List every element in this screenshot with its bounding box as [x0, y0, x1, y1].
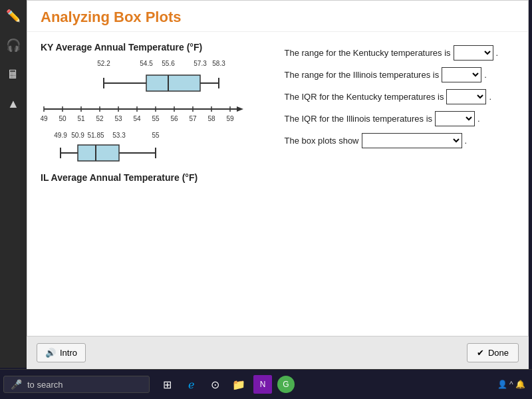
headphone-icon[interactable]: 🎧 [3, 35, 24, 56]
svg-text:53: 53 [114, 115, 122, 122]
svg-marker-12 [237, 106, 243, 112]
question-row-4: The IQR for the Illinois temperatures is… [285, 111, 515, 126]
taskbar-right: 👤 ^ 🔔 [497, 380, 532, 389]
question-row-2: The range for the Illinois temperatures … [285, 67, 515, 82]
ky-axis-svg: 49 50 51 52 53 54 55 56 57 58 59 [41, 104, 247, 127]
svg-text:53.3: 53.3 [112, 132, 126, 139]
il-plot-title: IL Average Annual Temperature (°F) [41, 172, 271, 183]
mic-icon: 🎤 [11, 379, 22, 390]
questions-section: The range for the Kentucky temperatures … [285, 42, 515, 188]
speaker-icon: 🔊 [45, 348, 56, 358]
question-2-text-after: . [484, 70, 487, 80]
svg-text:58: 58 [207, 115, 215, 122]
system-icons: 👤 ^ 🔔 [497, 380, 525, 389]
svg-rect-42 [78, 145, 119, 161]
question-row-1: The range for the Kentucky temperatures … [285, 45, 515, 61]
check-icon: ✔ [477, 348, 484, 358]
svg-text:49: 49 [41, 115, 48, 122]
explorer-icon[interactable]: 📁 [229, 375, 248, 394]
done-button[interactable]: ✔ Done [467, 343, 519, 362]
ky-boxplot-svg: 52.2 54.5 55.6 57.3 58.3 [41, 58, 247, 101]
taskbar-search[interactable]: 🎤 to search [3, 376, 150, 393]
svg-text:57.3: 57.3 [194, 60, 207, 67]
svg-text:51: 51 [77, 115, 85, 122]
question-1-select[interactable]: 6.1 5.5 2.8 [454, 45, 493, 61]
question-row-3: The IQR for the Kentucky temperatures is… [285, 89, 515, 104]
intro-button[interactable]: 🔊 Intro [37, 343, 86, 362]
title-bar: Analyzing Box Plots [27, 1, 528, 32]
svg-text:51.85: 51.85 [87, 132, 104, 139]
content-area: KY Average Annual Temperature (°F) 52.2 … [27, 32, 528, 198]
question-4-select[interactable]: 2.4 1.0 3.1 [435, 111, 475, 126]
ky-plot-title: KY Average Annual Temperature (°F) [41, 42, 271, 53]
taskbar-icons: ⊞ ℯ ⊙ 📁 N G [158, 375, 295, 394]
il-boxplot-svg: 49.9 50.9 51.85 53.3 55 [41, 130, 247, 170]
question-2-text-before: The range for the Illinois temperatures … [285, 70, 440, 80]
question-1-text-after: . [496, 48, 499, 58]
svg-text:57: 57 [189, 115, 197, 122]
svg-text:55.6: 55.6 [162, 60, 175, 67]
question-5-text-before: The box plots show [285, 136, 359, 146]
svg-text:52: 52 [96, 115, 104, 122]
svg-text:59: 59 [226, 115, 234, 122]
up-arrow-icon[interactable]: ▲ [3, 93, 24, 114]
calculator-icon[interactable]: 🖩 [3, 64, 24, 85]
svg-text:50.9: 50.9 [71, 132, 84, 139]
taskbar: 🎤 to search ⊞ ℯ ⊙ 📁 N G 👤 ^ 🔔 [0, 369, 532, 399]
edge-icon[interactable]: ℯ [182, 375, 200, 394]
chrome-icon[interactable]: ⊙ [205, 375, 224, 394]
svg-text:52.2: 52.2 [97, 60, 110, 67]
question-5-text-after: . [465, 136, 467, 146]
search-label: to search [27, 380, 63, 390]
question-row-5: The box plots show KY has higher temps I… [285, 133, 515, 148]
onenote-icon[interactable]: N [253, 375, 272, 394]
svg-rect-7 [146, 75, 200, 91]
question-4-text-before: The IQR for the Illinois temperatures is [285, 114, 433, 124]
svg-text:58.3: 58.3 [212, 60, 225, 67]
question-2-select[interactable]: 5.1 4.1 2.4 [442, 67, 481, 82]
svg-text:50: 50 [59, 115, 66, 122]
main-window: Analyzing Box Plots KY Average Annual Te… [27, 0, 529, 368]
svg-text:55: 55 [152, 132, 160, 139]
question-4-text-after: . [477, 114, 480, 124]
page-title: Analyzing Box Plots [41, 9, 515, 26]
question-1-text-before: The range for the Kentucky temperatures … [285, 48, 451, 58]
svg-text:49.9: 49.9 [54, 132, 67, 139]
question-3-text-before: The IQR for the Kentucky temperatures is [285, 92, 444, 102]
plots-section: KY Average Annual Temperature (°F) 52.2 … [41, 42, 271, 188]
intro-label: Intro [60, 348, 77, 358]
question-3-select[interactable]: 2.8 3.1 5.5 [446, 89, 486, 104]
done-label: Done [488, 348, 509, 358]
question-5-select[interactable]: KY has higher temps IL has higher temps … [362, 133, 462, 148]
svg-text:56: 56 [170, 115, 178, 122]
taskview-icon[interactable]: ⊞ [158, 375, 176, 394]
chrome2-icon[interactable]: G [277, 376, 295, 393]
svg-text:54: 54 [133, 115, 141, 122]
sidebar: ✏️ 🎧 🖩 ▲ [0, 0, 27, 368]
question-3-text-after: . [489, 92, 491, 102]
svg-text:55: 55 [152, 115, 160, 122]
svg-text:54.5: 54.5 [140, 60, 153, 67]
footer: 🔊 Intro ✔ Done [27, 336, 529, 369]
pencil-icon[interactable]: ✏️ [3, 5, 24, 27]
